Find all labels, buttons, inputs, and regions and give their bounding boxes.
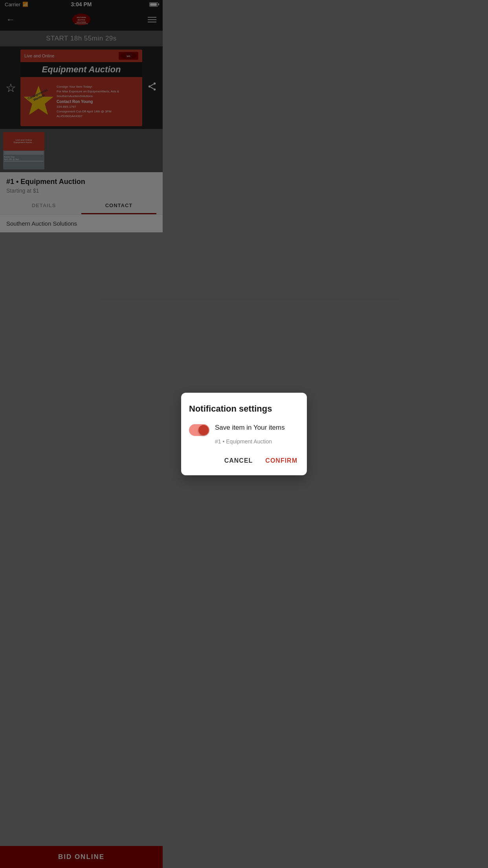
dialog-overlay: Notification settings Save item in Your …	[0, 0, 163, 289]
